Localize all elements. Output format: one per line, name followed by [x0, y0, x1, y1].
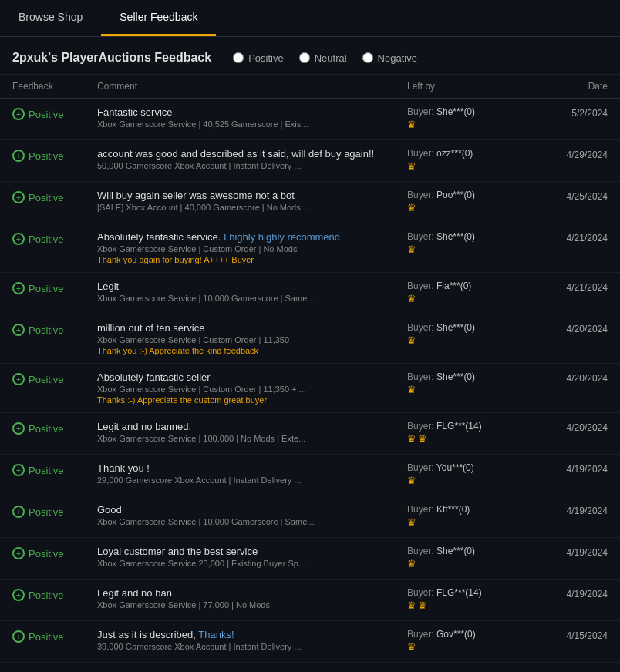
feedback-badge: +Positive	[12, 462, 97, 476]
crown-icon: ♛	[407, 558, 416, 570]
left-by-label: Buyer: FLG***(14)	[407, 587, 482, 598]
filter-positive[interactable]: Positive	[233, 52, 284, 64]
table-row: +Positive Legit and no banned. Xbox Game…	[0, 413, 620, 455]
date-col: 4/29/2024	[531, 148, 608, 160]
tab-bar: Browse Shop Seller Feedback	[0, 0, 620, 37]
comment-response: Thank you :-) Appreciate the kind feedba…	[97, 346, 401, 355]
left-by-block: Buyer: Gov***(0) ♛	[407, 629, 531, 653]
left-by-label: Buyer: Ktt***(0)	[407, 504, 470, 515]
filter-neutral[interactable]: Neutral	[299, 52, 347, 64]
comment-sub: 50,000 Gamerscore Xbox Account | Instant…	[97, 161, 401, 170]
left-by-block: Buyer: Fla***(0) ♛	[407, 281, 531, 304]
comment-response: Thank you again for buying! A++++ Buyer	[97, 255, 401, 264]
comment-sub: [SALE] Xbox Account | 40,000 Gamerscore …	[97, 203, 401, 212]
date-col: 4/20/2024	[531, 371, 608, 384]
feedback-badge: +Positive	[12, 322, 97, 336]
radio-neutral[interactable]	[299, 52, 310, 63]
comment-title: Loyal customer and the best service	[97, 546, 401, 557]
radio-positive[interactable]	[233, 52, 244, 63]
comment-title: Just as it is described, Thanks!	[97, 629, 401, 640]
left-by-label: Buyer: She***(0)	[407, 231, 475, 242]
table-row: +Positive Will buy again seller was awes…	[0, 182, 620, 223]
crown-row: ♛	[407, 641, 416, 653]
comment-block: Good Xbox Gamerscore Service | 10,000 Ga…	[97, 504, 407, 528]
comment-title: Legit	[97, 281, 401, 292]
col-header-feedback: Feedback	[12, 81, 97, 92]
positive-icon: +	[12, 630, 25, 643]
left-by-block: Buyer: FLG***(14) ♛♛	[407, 587, 531, 611]
crown-row: ♛	[407, 334, 416, 346]
feedback-badge: +Positive	[12, 371, 97, 385]
crown-icon: ♛	[407, 293, 416, 304]
feedback-badge: +Positive	[12, 546, 97, 559]
crown-row: ♛	[407, 384, 416, 395]
comment-block: Will buy again seller was awesome not a …	[97, 190, 407, 213]
positive-icon: +	[12, 150, 25, 162]
feedback-badge: +Positive	[12, 231, 97, 245]
filter-negative[interactable]: Negative	[362, 52, 417, 64]
table-row: +Positive Loyal customer and the best se…	[0, 538, 620, 580]
feedback-badge: +Positive	[12, 281, 97, 294]
positive-icon: +	[12, 373, 25, 385]
table-row: +Positive million out of ten service Xbo…	[0, 314, 620, 364]
filter-options: Positive Neutral Negative	[233, 52, 417, 64]
left-by-block: Buyer: ozz***(0) ♛	[407, 148, 531, 172]
badge-label: Positive	[29, 631, 64, 643]
feedback-badge: +Positive	[12, 421, 97, 435]
date-col: 4/19/2024	[531, 504, 608, 516]
feedback-list: +Positive Fantastic service Xbox Gamersc…	[0, 99, 620, 672]
left-by-label: Buyer: FLG***(14)	[407, 421, 482, 432]
left-by-label: Buyer: Fla***(0)	[407, 281, 471, 291]
left-by-block: Buyer: She***(0) ♛	[407, 106, 531, 130]
comment-block: Legit and no ban Xbox Gamerscore Service…	[97, 587, 407, 611]
table-row: +Positive Just as it is described, Thank…	[0, 621, 620, 663]
tab-seller-feedback[interactable]: Seller Feedback	[101, 0, 216, 36]
badge-label: Positive	[29, 548, 64, 559]
comment-block: Absolutely fantastic service. I highly h…	[97, 231, 407, 264]
date-col: 5/2/2024	[531, 106, 608, 119]
left-by-block: Buyer: She***(0) ♛	[407, 546, 531, 570]
comment-block: Thank you ! 29,000 Gamerscore Xbox Accou…	[97, 462, 407, 486]
feedback-badge: +Positive	[12, 190, 97, 203]
comment-block: Loyal customer and the best service Xbox…	[97, 546, 407, 570]
comment-sub: Xbox Gamerscore Service | 10,000 Gamersc…	[97, 517, 401, 526]
comment-sub: Xbox Gamerscore Service | 40,525 Gamersc…	[97, 119, 401, 129]
badge-label: Positive	[29, 109, 64, 120]
feedback-badge: +Positive	[12, 106, 97, 120]
table-row: +Positive Absolutely fantastic service. …	[0, 223, 620, 273]
left-by-user: Poo***(0)	[436, 190, 475, 200]
crown-row: ♛	[407, 202, 416, 213]
badge-label: Positive	[29, 234, 64, 245]
badge-label: Positive	[29, 506, 64, 518]
left-by-label: Buyer: She***(0)	[407, 106, 475, 117]
left-by-block: Buyer: You***(0) ♛	[407, 462, 531, 486]
col-header-comment: Comment	[97, 81, 407, 92]
left-by-block: Buyer: She***(0) ♛	[407, 231, 531, 255]
radio-negative[interactable]	[362, 52, 373, 63]
left-by-block: Buyer: Ktt***(0) ♛	[407, 504, 531, 528]
badge-label: Positive	[29, 324, 64, 336]
crown-icon: ♛	[407, 202, 416, 213]
comment-title: Legit and no banned.	[97, 421, 401, 432]
left-by-block: Buyer: She***(0) ♛	[407, 322, 531, 346]
tab-browse-shop[interactable]: Browse Shop	[0, 0, 101, 36]
positive-icon: +	[12, 233, 25, 245]
badge-label: Positive	[29, 283, 64, 294]
comment-block: Legit Xbox Gamerscore Service | 10,000 G…	[97, 281, 407, 304]
feedback-badge: +Positive	[12, 504, 97, 518]
filter-negative-label: Negative	[378, 52, 417, 64]
left-by-user: She***(0)	[436, 546, 475, 556]
comment-sub: Xbox Gamerscore Service | Custom Order |…	[97, 385, 401, 394]
crown-icon: ♛	[407, 641, 416, 653]
crown-icon: ♛	[418, 600, 427, 611]
filter-neutral-label: Neutral	[315, 52, 347, 64]
left-by-label: Buyer: Poo***(0)	[407, 190, 475, 200]
comment-block: Just as it is described, Thanks! 39,000 …	[97, 629, 407, 653]
crown-row: ♛	[407, 244, 416, 255]
left-by-label: Buyer: You***(0)	[407, 462, 474, 473]
crown-icon: ♛	[407, 433, 416, 445]
comment-sub: 39,000 Gamerscore Xbox Account | Instant…	[97, 642, 401, 651]
positive-icon: +	[12, 464, 25, 476]
table-row: +Positive Absolutely fantastic seller Xb…	[0, 364, 620, 413]
crown-row: ♛	[407, 475, 416, 486]
